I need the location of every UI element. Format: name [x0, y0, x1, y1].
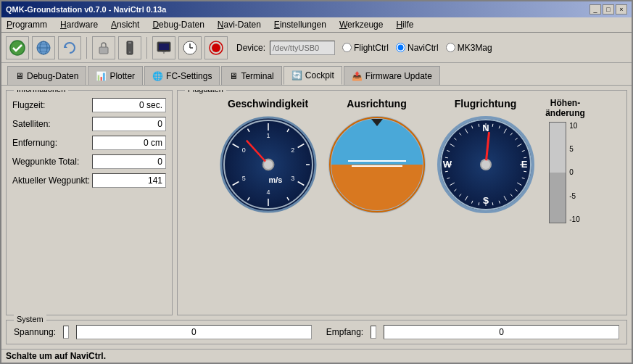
- wegpunkte-total-row: Wegpunkte Total: 0: [12, 154, 166, 169]
- menu-hilfe[interactable]: Hilfe: [394, 19, 415, 30]
- tab-fc-label: FC-Settings: [166, 71, 212, 81]
- wegpunkte-total-value: 0: [92, 154, 166, 169]
- close-button[interactable]: ×: [616, 4, 627, 15]
- svg-point-19: [212, 44, 220, 52]
- radio-flightctrl[interactable]: FlightCtrl: [342, 43, 389, 53]
- menu-einstellungen[interactable]: Einstellungen: [272, 19, 328, 30]
- menu-navi-daten[interactable]: Navi-Daten: [215, 19, 263, 30]
- menu-programm[interactable]: Programm: [4, 19, 49, 30]
- tab-firmware-label: Firmware Update: [365, 71, 432, 81]
- scale-neg10: -10: [569, 215, 579, 223]
- satelliten-row: Satelliten: 0: [12, 117, 166, 131]
- toolbar-monitor-btn[interactable]: [152, 36, 175, 59]
- toolbar-record-btn[interactable]: [204, 36, 228, 59]
- device-area: Device:: [236, 41, 335, 55]
- scale-0: 0: [569, 168, 579, 176]
- tab-cockpit-label: Cockpit: [305, 70, 334, 80]
- wegpunkte-total-label: Wegpunkte Total:: [12, 157, 92, 167]
- speed-gauge-canvas: [218, 114, 319, 215]
- tabs-bar: 🖥 Debug-Daten 📊 Plotter 🌐 FC-Settings 🖥 …: [1, 63, 632, 85]
- status-bar: Schalte um auf NaviCtrl.: [1, 349, 632, 363]
- radio-mk3mag-label: MK3Mag: [458, 43, 492, 53]
- toolbar-check-btn[interactable]: [6, 36, 29, 59]
- info-panel-title: Informationen: [14, 90, 68, 94]
- maximize-button[interactable]: □: [603, 4, 614, 15]
- menu-ansicht[interactable]: Ansicht: [109, 19, 141, 30]
- satelliten-label: Satelliten:: [12, 119, 92, 129]
- geschwindigkeit-title: Geschwindigkeit: [228, 98, 308, 109]
- ausrichtung-title: Ausrichtung: [347, 98, 406, 109]
- title-bar: QMK-Groundstation v0.7.0 - NaviCtrl 0.13…: [1, 1, 632, 17]
- system-panel: System Spannung: 0 Empfang: 0: [6, 320, 627, 344]
- device-input[interactable]: [270, 41, 335, 55]
- ausrichtung-gauge-canvas: [326, 114, 428, 215]
- tab-plotter-icon: 📊: [96, 71, 107, 81]
- toolbar-separator-2: [146, 37, 147, 59]
- tab-debug-icon: 🖥: [15, 71, 24, 81]
- info-panel: Informationen Flugzeit: 0 sec. Satellite…: [6, 90, 173, 315]
- content-area: Informationen Flugzeit: 0 sec. Satellite…: [1, 85, 632, 349]
- svg-rect-7: [99, 47, 108, 54]
- toolbar-globe-btn[interactable]: [32, 36, 55, 59]
- minimize-button[interactable]: _: [589, 4, 601, 15]
- tab-plotter[interactable]: 📊 Plotter: [88, 66, 143, 85]
- tab-debug-daten[interactable]: 🖥 Debug-Daten: [7, 66, 86, 85]
- system-panel-title: System: [14, 315, 46, 323]
- toolbar: Device: FlightCtrl NaviCtrl MK3Mag: [1, 33, 632, 63]
- flug-panel-title: Flugdaten: [185, 90, 226, 94]
- empfang-label: Empfang:: [326, 327, 363, 337]
- menu-bar: Programm Hardware Ansicht Debug-Daten Na…: [1, 17, 632, 33]
- spannung-bar-indicator: [63, 326, 69, 339]
- tab-terminal-label: Terminal: [241, 71, 273, 81]
- radio-navictrl-label: NaviCtrl: [407, 43, 439, 53]
- svg-point-0: [10, 41, 25, 55]
- hoehen-bar: [549, 122, 566, 223]
- main-window: QMK-Groundstation v0.7.0 - NaviCtrl 0.13…: [0, 0, 633, 364]
- empfang-bar-indicator: [371, 326, 376, 339]
- menu-debug-daten[interactable]: Debug-Daten: [150, 19, 206, 30]
- toolbar-lock-btn[interactable]: [92, 36, 115, 59]
- spannung-label: Spannung:: [14, 327, 56, 337]
- entfernung-row: Entfernung: 0 cm: [12, 136, 166, 150]
- entfernung-value: 0 cm: [92, 136, 166, 150]
- empfang-value: 0: [384, 325, 619, 339]
- tab-cockpit[interactable]: 🔄 Cockpit: [284, 66, 342, 85]
- scale-5: 5: [569, 145, 579, 153]
- tab-firmware-icon: 📤: [352, 71, 363, 81]
- aktueller-wegpunkt-value: 141: [92, 173, 166, 188]
- flugzeit-value: 0 sec.: [92, 98, 166, 112]
- svg-point-10: [129, 51, 131, 53]
- tab-fc-icon: 🌐: [152, 71, 163, 81]
- spannung-value: 0: [76, 325, 312, 339]
- ausrichtung-gauge: Ausrichtung: [326, 98, 428, 215]
- scale-10: 10: [569, 122, 579, 130]
- radio-mk3mag[interactable]: MK3Mag: [446, 43, 492, 53]
- menu-hardware[interactable]: Hardware: [58, 19, 100, 30]
- window-title: QMK-Groundstation v0.7.0 - NaviCtrl 0.13…: [6, 5, 166, 14]
- scale-neg5: -5: [569, 192, 579, 200]
- flugrichtung-title: Flugrichtung: [455, 98, 517, 109]
- entfernung-label: Entfernung:: [12, 138, 92, 148]
- tab-terminal-icon: 🖥: [229, 71, 238, 81]
- tab-cockpit-icon: 🔄: [291, 70, 302, 80]
- toolbar-clock-btn[interactable]: [178, 36, 202, 59]
- tab-debug-label: Debug-Daten: [27, 71, 78, 81]
- toolbar-phone-btn[interactable]: [118, 36, 141, 59]
- device-label: Device:: [236, 43, 265, 53]
- main-row: Informationen Flugzeit: 0 sec. Satellite…: [6, 90, 627, 315]
- menu-werkzeuge[interactable]: Werkzeuge: [337, 19, 385, 30]
- geschwindigkeit-gauge: Geschwindigkeit: [218, 98, 319, 215]
- radio-group: FlightCtrl NaviCtrl MK3Mag: [342, 43, 492, 53]
- window-controls: _ □ ×: [589, 4, 627, 15]
- toolbar-separator-1: [86, 37, 87, 59]
- flugrichtung-gauge-canvas: [435, 114, 537, 215]
- aktueller-wegpunkt-label: Aktueller Wegpunkt:: [12, 175, 92, 186]
- radio-navictrl[interactable]: NaviCtrl: [396, 43, 439, 53]
- tab-fc-settings[interactable]: 🌐 FC-Settings: [144, 66, 220, 85]
- flug-panel: Flugdaten Geschwindigkeit Ausrichtung Fl…: [177, 90, 627, 315]
- toolbar-refresh-btn[interactable]: [58, 36, 81, 59]
- satelliten-value: 0: [92, 117, 166, 131]
- tab-terminal[interactable]: 🖥 Terminal: [221, 66, 281, 85]
- svg-rect-9: [128, 42, 131, 44]
- tab-firmware[interactable]: 📤 Firmware Update: [344, 66, 440, 85]
